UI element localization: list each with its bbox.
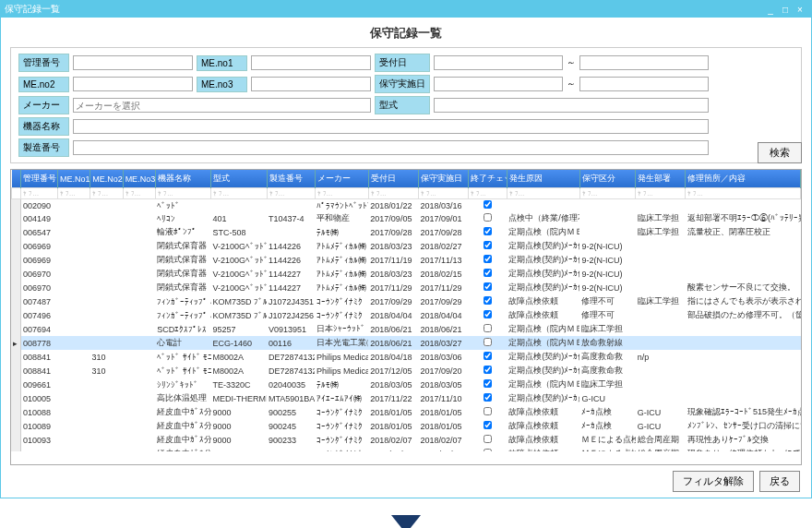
table-row[interactable]: 006970閉鎖式保育器V-2100Gﾍﾞｯﾄﾞ1144227ｱﾄﾑﾒﾃﾞｨｶﾙ… <box>11 281 801 294</box>
done-checkbox[interactable] <box>484 269 492 277</box>
search-button[interactable]: 検索 <box>758 142 802 163</box>
done-checkbox[interactable] <box>484 435 492 443</box>
col-header[interactable]: 終了チェック <box>469 170 508 188</box>
col-header[interactable]: ME.No1 <box>57 170 90 188</box>
col-header[interactable]: 製造番号 <box>267 170 315 188</box>
jisshi-from-input[interactable] <box>434 77 563 91</box>
jisshi-to-input[interactable] <box>579 77 709 91</box>
done-checkbox[interactable] <box>484 241 492 249</box>
col-header[interactable]: 発生部署 <box>636 170 686 188</box>
col-header[interactable]: 機器名称 <box>155 170 210 188</box>
cell <box>469 294 508 308</box>
table-row[interactable]: 006969閉鎖式保育器V-2100Gﾍﾞｯﾄﾞ1144226ｱﾄﾑﾒﾃﾞｨｶﾙ… <box>11 239 801 253</box>
done-checkbox[interactable] <box>484 296 492 305</box>
kanri-input[interactable] <box>73 55 193 70</box>
done-checkbox[interactable] <box>484 393 492 402</box>
col-filter-cell[interactable]: ﾔ ﾌ… <box>155 188 210 199</box>
minimize-button[interactable]: _ <box>763 5 778 15</box>
maximize-button[interactable]: □ <box>778 5 793 15</box>
table-row[interactable]: 007694SCDｴｸｽﾌﾟﾚｽ95257V0913951日本ｼｬｰｳｯﾄﾞ20… <box>11 322 801 336</box>
meno2-input[interactable] <box>73 77 193 91</box>
table-row[interactable]: 002090ﾍﾞｯﾄﾞﾊﾟﾗﾏｳﾝﾄﾍﾞｯﾄﾞ2018/01/222018/03… <box>11 199 801 211</box>
clear-filter-button[interactable]: フィルタ解除 <box>673 471 754 492</box>
col-header[interactable]: 型式 <box>211 170 267 188</box>
horizontal-scrollbar[interactable] <box>11 451 801 464</box>
col-header[interactable]: ME.No3 <box>123 170 155 188</box>
col-header[interactable]: メーカー <box>315 170 368 188</box>
table-row[interactable]: 006969閉鎖式保育器V-2100Gﾍﾞｯﾄﾞ1144226ｱﾄﾑﾒﾃﾞｨｶﾙ… <box>11 253 801 267</box>
table-row[interactable]: 010089経皮血中ｶﾞｽ分9000900245ｺｰｳﾝﾀﾞｲﾅﾐｸ2018/0… <box>11 419 801 433</box>
table-row[interactable]: 007487ﾌｨﾝｶﾞｰﾃｨｯﾌﾟ ﾊﾟKOM735D ﾌﾞﾙJ1072J435… <box>11 294 801 308</box>
col-header[interactable]: 管理番号 <box>21 170 58 188</box>
uketsuke-from-input[interactable] <box>434 55 563 70</box>
done-checkbox[interactable] <box>484 379 492 388</box>
done-checkbox[interactable] <box>484 421 492 429</box>
col-filter-cell[interactable]: ﾔ ﾌ… <box>267 188 315 199</box>
done-checkbox[interactable] <box>484 352 492 360</box>
col-filter-cell[interactable]: ﾔ ﾌ… <box>418 188 468 199</box>
col-header[interactable]: 受付日 <box>368 170 418 188</box>
col-filter-cell[interactable] <box>12 188 21 199</box>
done-checkbox[interactable] <box>484 407 492 415</box>
done-checkbox[interactable] <box>484 200 492 209</box>
cell <box>57 225 90 239</box>
cell: 閉鎖式保育器 <box>155 253 210 267</box>
col-filter-cell[interactable]: ﾔ ﾌ… <box>686 188 801 199</box>
grid-filter-row[interactable]: ﾔ ﾌ…ﾔ ﾌ…ﾔ ﾌ…ﾔ ﾌ…ﾔ ﾌ…ﾔ ﾌ…ﾔ ﾌ…ﾔ ﾌ…ﾔ ﾌ…ﾔ ﾌ…… <box>12 188 801 199</box>
seizo-input[interactable] <box>73 140 709 155</box>
col-filter-cell[interactable]: ﾔ ﾌ… <box>90 188 123 199</box>
col-header[interactable]: 修理箇所／内容 <box>686 170 801 188</box>
meno1-input[interactable] <box>251 55 371 70</box>
done-checkbox[interactable] <box>484 255 492 263</box>
table-row[interactable]: 010088経皮血中ｶﾞｽ分9000900255ｺｰｳﾝﾀﾞｲﾅﾐｸ2018/0… <box>11 405 801 419</box>
done-checkbox[interactable] <box>484 366 492 374</box>
col-filter-cell[interactable]: ﾔ ﾌ… <box>636 188 686 199</box>
done-checkbox[interactable] <box>484 324 492 332</box>
done-checkbox[interactable] <box>484 338 492 346</box>
col-filter-cell[interactable]: ﾔ ﾌ… <box>368 188 418 199</box>
cell: 高度救命救 <box>579 364 635 378</box>
col-filter-cell[interactable]: ﾔ ﾌ… <box>507 188 579 199</box>
table-row[interactable]: 008841310ﾍﾞｯﾄﾞ ｻｲﾄﾞ ﾓﾆﾀM8002ADE72874132P… <box>11 364 801 378</box>
cell <box>636 391 686 405</box>
table-row[interactable]: ▸008778心電計ECG-146000116日本光電工業㈱2018/06/21… <box>11 336 801 350</box>
col-filter-cell[interactable]: ﾔ ﾌ… <box>211 188 267 199</box>
table-row[interactable]: 006970閉鎖式保育器V-2100Gﾍﾞｯﾄﾞ1144227ｱﾄﾑﾒﾃﾞｨｶﾙ… <box>11 267 801 281</box>
close-button[interactable]: × <box>793 5 807 15</box>
katashiki-input[interactable] <box>434 98 709 113</box>
table-row[interactable]: 009661ｼﾘﾝｼﾞｷｯﾄﾞTE-3320C02040035ﾃﾙﾓ㈱2018/… <box>11 378 801 391</box>
cell: 900255 <box>267 405 315 419</box>
col-filter-cell[interactable]: ﾔ ﾌ… <box>469 188 508 199</box>
kikimei-input[interactable] <box>73 119 709 134</box>
col-filter-cell[interactable]: ﾔ ﾌ… <box>21 188 58 199</box>
col-header[interactable]: 保守区分 <box>579 170 635 188</box>
grid-body[interactable]: 002090ﾍﾞｯﾄﾞﾊﾟﾗﾏｳﾝﾄﾍﾞｯﾄﾞ2018/01/222018/03… <box>11 199 801 451</box>
col-filter-cell[interactable]: ﾔ ﾌ… <box>579 188 635 199</box>
meno3-input[interactable] <box>251 77 371 91</box>
done-checkbox[interactable] <box>484 213 492 222</box>
table-row[interactable]: 006547輸液ﾎﾟﾝﾌﾟSTC-508ﾃﾙﾓ㈱2017/09/282017/0… <box>11 225 801 239</box>
done-checkbox[interactable] <box>484 282 492 291</box>
col-filter-cell[interactable]: ﾔ ﾌ… <box>315 188 368 199</box>
col-header[interactable] <box>12 170 21 188</box>
col-header[interactable]: 保守実施日 <box>418 170 468 188</box>
back-button[interactable]: 戻る <box>759 471 800 492</box>
col-header[interactable]: 発生原因 <box>507 170 579 188</box>
table-row[interactable]: 007496ﾌｨﾝｶﾞｰﾃｨｯﾌﾟ ﾊﾟKOM735D ﾌﾞﾙJ1072J425… <box>11 308 801 322</box>
table-row[interactable]: 010005高比体温処理MEDI-THERMⅢMTA5901BA3000ｱｲｴｰ… <box>11 391 801 405</box>
table-row[interactable]: 008841310ﾍﾞｯﾄﾞ ｻｲﾄﾞ ﾓﾆﾀM8002ADE72874132P… <box>11 350 801 364</box>
cell <box>267 225 315 239</box>
done-checkbox[interactable] <box>484 227 492 235</box>
col-filter-cell[interactable]: ﾔ ﾌ… <box>123 188 155 199</box>
done-checkbox[interactable] <box>484 310 492 318</box>
table-row[interactable]: 010093経皮血中ｶﾞｽ分9000900233ｺｰｳﾝﾀﾞｲﾅﾐｸ2018/0… <box>11 433 801 447</box>
col-header[interactable]: ME.No2 <box>90 170 123 188</box>
cell: ｱｲｴｰｴﾑｱｲ㈱ <box>315 391 368 405</box>
cell: ﾒｰｶ点検 <box>579 419 635 433</box>
col-filter-cell[interactable]: ﾔ ﾌ… <box>57 188 90 199</box>
cell: 007496 <box>20 308 57 322</box>
table-row[interactable]: 004149ﾍﾘｺﾝ401T10437-4平和物産2017/09/052017/… <box>11 211 801 225</box>
uketsuke-to-input[interactable] <box>579 55 709 70</box>
cell: 9000 <box>211 419 267 433</box>
maker-select[interactable] <box>73 98 371 113</box>
